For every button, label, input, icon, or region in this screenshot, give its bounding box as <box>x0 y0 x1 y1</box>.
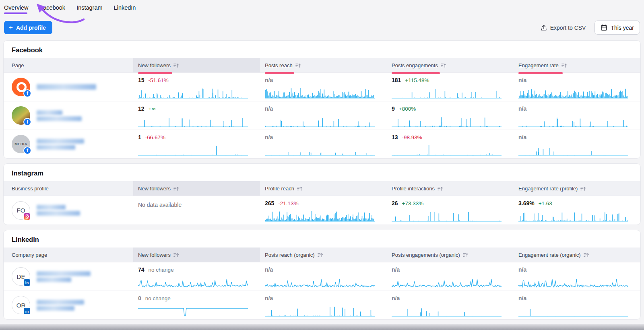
profile-avatar: f <box>12 78 30 96</box>
avatar-text: MEDIA <box>14 142 27 146</box>
column-header-new-followers[interactable]: New followers <box>133 58 260 72</box>
date-range-button[interactable]: This year <box>594 21 640 35</box>
column-header-profile-interactions[interactable]: Profile interactions <box>387 181 514 196</box>
column-header-profile-reach[interactable]: Profile reach <box>260 181 387 196</box>
table-row[interactable]: OR in 0no change n/a n/a n/a <box>4 291 640 319</box>
trend-sparkline <box>392 115 502 127</box>
column-header-posts-reach-organic[interactable]: Posts reach (organic) <box>260 248 387 262</box>
trend-sparkline <box>265 276 375 288</box>
column-header-posts-engagements[interactable]: Posts engagements <box>387 58 514 72</box>
metric-change: no change <box>145 295 171 301</box>
column-label: Engagement rate (organic) <box>518 252 581 258</box>
redacted-profile-name <box>37 204 80 217</box>
trend-sparkline <box>392 144 502 156</box>
column-label: Profile reach <box>265 186 294 192</box>
metric-change: -21.13% <box>278 200 298 206</box>
plus-icon: + <box>9 24 13 31</box>
profile-avatar: FO <box>12 201 30 220</box>
tab-linkedin[interactable]: LinkedIn <box>114 4 136 13</box>
trend-sparkline <box>138 115 248 127</box>
profile-avatar: f <box>12 106 30 125</box>
metric-share-bar <box>265 72 294 74</box>
trend-sparkline <box>265 115 375 127</box>
column-header-engagement-rate-profile[interactable]: Engagement rate (profile) <box>514 181 640 196</box>
sort-icon <box>173 63 179 68</box>
trend-sparkline <box>518 276 628 288</box>
trend-sparkline <box>265 87 375 99</box>
column-header-new-followers[interactable]: New followers <box>133 181 260 196</box>
trend-sparkline <box>265 144 375 156</box>
trend-sparkline <box>392 276 502 288</box>
sort-icon <box>440 63 446 68</box>
metric-change: +∞ <box>149 106 156 112</box>
tab-facebook[interactable]: Facebook <box>39 4 65 13</box>
column-label: Engagement rate (profile) <box>518 186 578 192</box>
metric-change: -66.67% <box>145 134 165 140</box>
table-row[interactable]: MEDIA f 1-66.67% n/a 13-98.93% n/a <box>4 130 640 158</box>
column-header-engagement-rate[interactable]: Engagement rate <box>514 58 640 72</box>
metric-value: n/a <box>265 266 273 273</box>
profile-avatar: MEDIA f <box>12 135 30 153</box>
instagram-table-header: Business profile New followers Profile r… <box>4 181 640 196</box>
column-header-page: Page <box>4 58 133 72</box>
column-header-new-followers[interactable]: New followers <box>133 248 260 262</box>
trend-sparkline <box>392 210 502 222</box>
metric-value: n/a <box>265 105 273 112</box>
facebook-badge-icon: f <box>23 118 31 126</box>
column-header-business-profile: Business profile <box>4 181 133 196</box>
linkedin-section: LinkedIn Company page New followers Post… <box>3 230 641 320</box>
metric-cell-profile-interactions: 26+73.33% <box>387 196 514 225</box>
profile-cell: OR in <box>4 291 133 319</box>
export-csv-label: Export to CSV <box>550 25 586 31</box>
sort-icon <box>297 186 303 191</box>
column-header-posts-engagements-organic[interactable]: Posts engagements (organic) <box>387 248 514 262</box>
column-header-posts-reach[interactable]: Posts reach <box>260 58 387 72</box>
profile-cell: MEDIA f <box>4 130 133 158</box>
trend-sparkline <box>518 210 628 222</box>
tab-instagram[interactable]: Instagram <box>76 4 102 13</box>
trend-sparkline <box>138 210 248 222</box>
metric-value: n/a <box>518 105 526 112</box>
profile-cell: FO <box>4 196 133 225</box>
metric-value: 181 <box>392 77 401 83</box>
export-csv-button[interactable]: Export to CSV <box>541 21 586 34</box>
table-row[interactable]: DE in 74no change n/a n/a n/a <box>4 262 640 291</box>
add-profile-button[interactable]: + Add profile <box>4 21 52 34</box>
trend-sparkline <box>138 144 248 156</box>
column-label: Posts engagements <box>392 62 438 68</box>
table-row[interactable]: f 12+∞ n/a 9+800% n/a <box>4 101 640 130</box>
top-tab-bar: Overview Facebook Instagram LinkedIn <box>0 0 644 16</box>
trend-sparkline <box>518 144 628 156</box>
column-label: Posts reach (organic) <box>265 252 315 258</box>
sort-icon <box>583 252 589 258</box>
metric-change: +115.48% <box>405 77 429 83</box>
trend-sparkline <box>138 276 248 288</box>
redacted-profile-name <box>37 109 82 122</box>
table-row[interactable]: f 15-51.61% n/a 181+115.48% n/a <box>4 72 640 101</box>
metric-value: 13 <box>392 134 398 140</box>
trend-sparkline <box>518 115 628 127</box>
column-label: Posts reach <box>265 62 293 68</box>
metric-change: +1.63 <box>539 200 552 206</box>
sort-icon <box>317 252 323 258</box>
metric-value: 15 <box>138 77 144 83</box>
metric-cell-new-followers: No data available <box>133 196 260 225</box>
section-title-facebook: Facebook <box>4 41 640 58</box>
metric-value: 1 <box>138 134 141 140</box>
metric-value: n/a <box>265 134 273 140</box>
profile-avatar: OR in <box>12 296 30 314</box>
metric-value: 3.69% <box>518 200 535 206</box>
metric-cell-posts-engagements-organic: n/a <box>387 291 514 319</box>
table-row[interactable]: FO No data available 265-21.13% 26+73.33… <box>4 196 640 225</box>
metric-cell-new-followers: 1-66.67% <box>133 130 260 158</box>
tab-overview[interactable]: Overview <box>4 4 28 13</box>
column-header-engagement-rate-organic[interactable]: Engagement rate (organic) <box>514 248 640 262</box>
metric-cell-new-followers: 74no change <box>133 262 260 291</box>
sort-icon <box>462 252 469 258</box>
facebook-table-header: Page New followers Posts reach Posts eng… <box>4 58 640 72</box>
facebook-badge-icon: f <box>23 89 31 97</box>
metric-change: -51.61% <box>149 77 169 83</box>
metric-share-bar <box>138 72 172 74</box>
trend-sparkline <box>518 87 628 99</box>
instagram-section: Instagram Business profile New followers… <box>3 163 641 225</box>
